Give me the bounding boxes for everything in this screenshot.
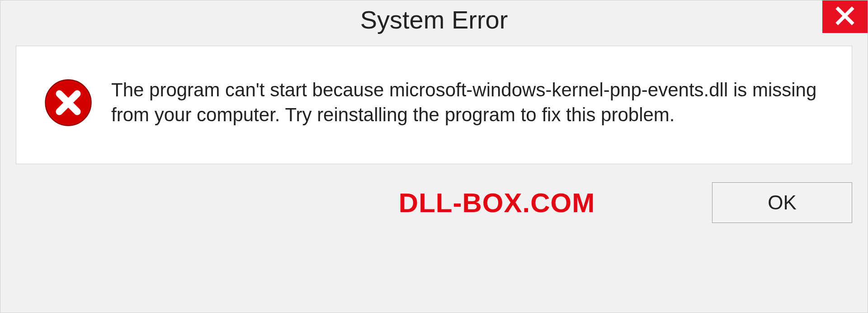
- ok-button-label: OK: [768, 191, 797, 214]
- watermark-text: DLL-BOX.COM: [399, 187, 595, 218]
- close-button[interactable]: [822, 0, 868, 33]
- ok-button[interactable]: OK: [712, 182, 852, 223]
- dialog-footer: DLL-BOX.COM OK: [16, 164, 852, 237]
- close-icon: [835, 5, 855, 28]
- error-circle-icon: [43, 78, 93, 128]
- error-message: The program can't start because microsof…: [111, 78, 825, 127]
- window-title: System Error: [360, 5, 508, 34]
- message-panel: The program can't start because microsof…: [16, 46, 852, 164]
- title-bar: System Error: [0, 0, 868, 46]
